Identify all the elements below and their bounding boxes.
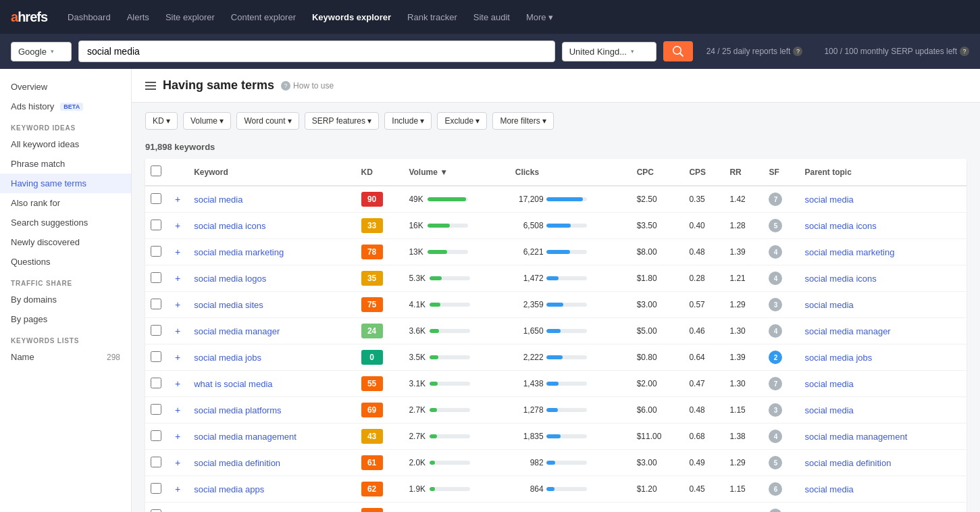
add-keyword-button[interactable]: + (172, 326, 183, 336)
row-checkbox[interactable] (151, 430, 161, 441)
sidebar-item-all-keyword-ideas[interactable]: All keyword ideas (0, 134, 131, 154)
sidebar-item-overview[interactable]: Overview (0, 77, 131, 97)
sidebar-item-phrase-match[interactable]: Phrase match (0, 154, 131, 174)
parent-topic-link[interactable]: social media (805, 300, 854, 310)
clicks-bar-fill (546, 197, 583, 201)
sidebar-item-by-domains[interactable]: By domains (0, 290, 131, 309)
nav-keywords-explorer[interactable]: Keywords explorer (305, 8, 398, 26)
keyword-link[interactable]: social media jobs (194, 353, 261, 363)
parent-topic-link[interactable]: social media marketing (805, 247, 895, 257)
keyword-link[interactable]: social media (194, 195, 242, 205)
filter-more[interactable]: More filters ▾ (492, 112, 554, 130)
row-checkbox[interactable] (151, 193, 161, 204)
clicks-bar (546, 329, 587, 333)
select-all-checkbox[interactable] (151, 165, 161, 176)
row-checkbox[interactable] (151, 483, 161, 494)
parent-topic-link[interactable]: social media jobs (805, 353, 873, 363)
parent-topic-link[interactable]: social media manager (805, 326, 891, 336)
th-cps[interactable]: CPS (684, 159, 724, 186)
add-keyword-button[interactable]: + (172, 457, 183, 468)
row-checkbox[interactable] (151, 457, 161, 467)
keyword-link[interactable]: what is social media (194, 379, 272, 389)
parent-topic-link[interactable]: social media management (805, 432, 908, 442)
nav-dashboard[interactable]: Dashboard (61, 8, 118, 26)
add-keyword-button[interactable]: + (172, 299, 183, 310)
add-keyword-button[interactable]: + (172, 431, 183, 442)
add-keyword-button[interactable]: + (172, 378, 183, 389)
keyword-link[interactable]: social media manager (194, 326, 280, 336)
search-input[interactable] (78, 41, 555, 62)
nav-rank-tracker[interactable]: Rank tracker (401, 8, 464, 26)
row-kd: 43 (356, 424, 404, 450)
add-keyword-button[interactable]: + (172, 484, 183, 494)
parent-topic-link[interactable]: social media definition (805, 458, 892, 468)
sidebar-item-name[interactable]: Name 298 (0, 347, 131, 367)
filter-word-count[interactable]: Word count ▾ (236, 112, 299, 130)
th-rr[interactable]: RR (724, 159, 763, 186)
th-cpc[interactable]: CPC (631, 159, 684, 186)
sidebar-item-ads-history[interactable]: Ads history BETA (0, 97, 131, 116)
parent-topic-link[interactable]: social media icons (805, 274, 877, 284)
keyword-link[interactable]: social media logos (194, 274, 266, 284)
keyword-link[interactable]: social media platforms (194, 405, 281, 415)
monthly-serp-info-icon[interactable]: ? (960, 47, 969, 56)
keyword-link[interactable]: social media apps (194, 484, 264, 494)
keyword-link[interactable]: social media management (194, 432, 296, 442)
keyword-link[interactable]: social media icons (194, 221, 265, 231)
table-row: + what is social media 55 3.1K 1,438 $2.… (145, 371, 966, 397)
engine-select[interactable]: Google ▾ (11, 42, 72, 61)
sidebar-item-newly-discovered[interactable]: Newly discovered (0, 232, 131, 252)
th-clicks[interactable]: Clicks (510, 159, 631, 186)
sidebar-item-also-rank-for[interactable]: Also rank for (0, 193, 131, 213)
parent-topic-link[interactable]: social media icons (805, 221, 877, 231)
volume-bar (428, 224, 468, 228)
row-volume: 5.3K (403, 265, 509, 292)
row-checkbox[interactable] (151, 272, 161, 283)
how-to-use-link[interactable]: ? How to use (281, 81, 334, 91)
parent-topic-link[interactable]: social media (805, 484, 854, 494)
search-button[interactable] (663, 41, 693, 61)
parent-topic-link[interactable]: social media (805, 195, 854, 205)
filter-volume[interactable]: Volume ▾ (183, 112, 231, 130)
row-checkbox[interactable] (151, 325, 161, 336)
sidebar-item-questions[interactable]: Questions (0, 252, 131, 272)
row-checkbox[interactable] (151, 299, 161, 309)
row-checkbox[interactable] (151, 220, 161, 230)
th-sf[interactable]: SF (763, 159, 799, 186)
nav-alerts[interactable]: Alerts (120, 8, 156, 26)
row-checkbox[interactable] (151, 351, 161, 362)
filter-kd[interactable]: KD ▾ (145, 112, 178, 130)
add-keyword-button[interactable]: + (172, 220, 183, 231)
keyword-link[interactable]: social media marketing (194, 247, 284, 257)
filter-exclude[interactable]: Exclude ▾ (437, 112, 487, 130)
nav-content-explorer[interactable]: Content explorer (224, 8, 303, 26)
nav-more[interactable]: More ▾ (519, 8, 560, 26)
filter-serp-features[interactable]: SERP features ▾ (305, 112, 380, 130)
menu-toggle[interactable] (145, 82, 156, 90)
row-checkbox[interactable] (151, 378, 161, 388)
add-keyword-button[interactable]: + (172, 273, 183, 284)
th-volume[interactable]: Volume ▼ (403, 159, 509, 186)
parent-topic-link[interactable]: social media (805, 379, 854, 389)
row-keyword: social media marketing (188, 239, 355, 265)
th-kd[interactable]: KD (356, 159, 404, 186)
keyword-link[interactable]: social media sites (194, 300, 263, 310)
row-checkbox[interactable] (151, 509, 161, 513)
row-checkbox[interactable] (151, 404, 161, 415)
add-keyword-button[interactable]: + (172, 194, 183, 205)
sidebar-item-having-same-terms[interactable]: Having same terms (0, 174, 131, 193)
country-select[interactable]: United Kingd... ▾ (562, 42, 656, 61)
filter-include[interactable]: Include ▾ (384, 112, 432, 130)
nav-site-explorer[interactable]: Site explorer (159, 8, 222, 26)
add-keyword-button[interactable]: + (172, 352, 183, 363)
parent-topic-link[interactable]: social media (805, 405, 854, 415)
nav-site-audit[interactable]: Site audit (467, 8, 517, 26)
add-keyword-button[interactable]: + (172, 247, 183, 257)
add-keyword-button[interactable]: + (172, 405, 183, 415)
ahrefs-logo[interactable]: ahrefs (11, 9, 47, 25)
daily-reports-info-icon[interactable]: ? (793, 47, 802, 56)
sidebar-item-by-pages[interactable]: By pages (0, 309, 131, 329)
keyword-link[interactable]: social media definition (194, 458, 280, 468)
row-checkbox[interactable] (151, 246, 161, 257)
sidebar-item-search-suggestions[interactable]: Search suggestions (0, 213, 131, 232)
